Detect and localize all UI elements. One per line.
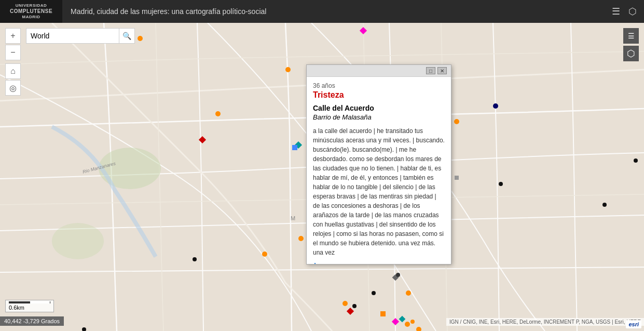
left-toolbar: + − ⌂ ◎	[5, 28, 21, 96]
search-container: 🔍	[26, 28, 135, 44]
map-marker[interactable]	[292, 145, 297, 150]
map-marker[interactable]	[634, 158, 638, 163]
search-button[interactable]: 🔍	[119, 28, 135, 44]
scale-bar: 0.6km	[5, 300, 54, 312]
header-title: Madrid, ciudad de las mujeres: una carto…	[62, 7, 610, 16]
layers-icon-btn[interactable]: ⬡	[626, 5, 639, 18]
coordinates: 40,442 -3,729 Grados	[0, 316, 64, 326]
map-marker[interactable]	[602, 203, 607, 207]
svg-point-2	[52, 223, 104, 259]
map-marker[interactable]	[416, 327, 421, 331]
map-marker[interactable]	[82, 327, 86, 331]
zoom-out-button[interactable]: −	[5, 45, 21, 60]
search-input[interactable]	[26, 28, 119, 44]
zoom-in-button[interactable]: +	[5, 28, 21, 44]
header-logo: UNIVERSIDAD COMPLUTENSE MADRID	[0, 0, 62, 23]
map-marker[interactable]	[454, 119, 459, 124]
popup-neighborhood: Barrio de Malasaña	[313, 113, 445, 121]
home-button[interactable]: ⌂	[5, 63, 21, 79]
map-marker[interactable]	[298, 236, 304, 241]
svg-point-1	[99, 148, 161, 189]
map-marker[interactable]	[380, 311, 386, 316]
map-marker[interactable]	[455, 176, 459, 180]
menu-icon-btn[interactable]: ☰	[623, 28, 639, 44]
popup-close-button[interactable]: ✕	[437, 67, 447, 74]
header: UNIVERSIDAD COMPLUTENSE MADRID Madrid, c…	[0, 0, 644, 23]
map-marker[interactable]	[215, 111, 221, 116]
map-marker[interactable]	[410, 320, 415, 324]
esri-logo: esri	[626, 320, 641, 328]
svg-text:M: M	[291, 215, 295, 221]
locate-button[interactable]: ◎	[5, 80, 21, 96]
popup-restore-button[interactable]: □	[426, 67, 435, 74]
right-icons: ☰ ⬡	[623, 28, 639, 61]
map-marker[interactable]	[405, 322, 410, 327]
map-marker[interactable]	[406, 290, 411, 296]
scale-label: 0.6km	[9, 304, 24, 311]
popup-controls: □ ✕	[426, 67, 447, 74]
popup-link[interactable]: Acercar a	[313, 262, 339, 264]
map-marker[interactable]	[396, 273, 400, 277]
map-marker[interactable]	[262, 251, 267, 257]
attribution: IGN / CNIG, INE, Esri, HERE, DeLorme, IN…	[446, 318, 644, 326]
popup-body: 36 años Tristeza Calle del Acuerdo Barri…	[307, 77, 451, 264]
popup-age: 36 años	[313, 82, 445, 89]
map-marker[interactable]	[493, 103, 498, 109]
map-marker[interactable]	[342, 301, 348, 306]
popup-emotion: Tristeza	[313, 90, 445, 100]
map-marker[interactable]	[352, 304, 357, 308]
header-icons: ☰ ⬡	[610, 5, 644, 18]
list-icon-btn[interactable]: ☰	[610, 5, 622, 18]
map-marker[interactable]	[138, 36, 143, 41]
map[interactable]: Rio Manzanares M + − ⌂ ◎ 🔍 ☰ ⬡ □ ✕ 36 añ…	[0, 23, 644, 331]
map-marker[interactable]	[499, 182, 503, 186]
popup-titlebar: □ ✕	[307, 65, 451, 77]
map-marker[interactable]	[372, 291, 376, 295]
header-logo-text: UNIVERSIDAD COMPLUTENSE MADRID	[10, 3, 52, 19]
popup-street: Calle del Acuerdo	[313, 104, 445, 112]
map-marker[interactable]	[285, 67, 291, 72]
map-marker[interactable]	[193, 257, 197, 261]
popup-text: a la calle del acuerdo | he transitado t…	[313, 126, 445, 257]
layers-icon-btn-right[interactable]: ⬡	[623, 46, 639, 61]
popup: □ ✕ 36 años Tristeza Calle del Acuerdo B…	[306, 64, 451, 264]
